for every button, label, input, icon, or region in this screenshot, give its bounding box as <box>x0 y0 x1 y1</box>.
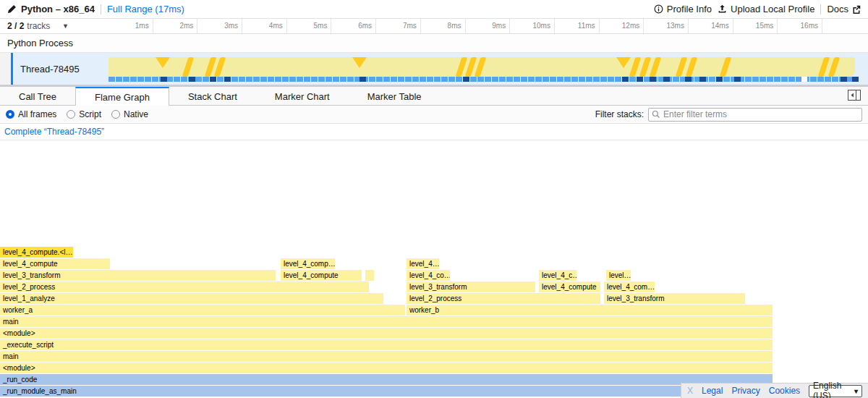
info-icon <box>654 4 663 14</box>
flame-graph-row: level_2_processlevel_3_transformlevel_4_… <box>0 281 868 293</box>
flame-graph-frame[interactable]: level_3_transform <box>407 281 535 292</box>
track-thread-78495[interactable]: Thread-78495 <box>0 53 868 85</box>
top-header: Python – x86_64 Full Range (17ms) Profil… <box>0 0 868 19</box>
ruler-tick: 9ms <box>466 19 511 33</box>
flame-graph-row: level_4_computelevel_4_comp…level_4… <box>0 258 868 270</box>
track-python-process[interactable]: Python Process <box>0 34 868 53</box>
flame-graph-frame[interactable]: level_4_com… <box>604 281 655 292</box>
search-icon <box>652 110 660 119</box>
flame-graph: level_4_compute.<l…level_4_computelevel_… <box>0 247 868 397</box>
flame-graph-row: level_3_transformlevel_4_computelevel_4_… <box>0 270 868 281</box>
full-range-button[interactable]: Full Range (17ms) <box>107 4 184 14</box>
flame-graph-frame[interactable]: main <box>0 351 773 362</box>
radio-circle-icon <box>6 110 14 119</box>
flame-graph-frame[interactable]: worker_a <box>0 305 405 316</box>
flame-graph-frame[interactable]: level… <box>606 270 631 281</box>
external-link-icon <box>852 5 861 14</box>
marker-slash <box>828 57 841 77</box>
chevron-down-icon: ▼ <box>62 22 69 30</box>
divider <box>820 4 821 14</box>
flame-graph-frame[interactable]: worker_b <box>407 305 773 316</box>
upload-label: Upload Local Profile <box>731 4 814 14</box>
tab-stack-chart[interactable]: Stack Chart <box>169 87 256 105</box>
filter-input-container <box>648 108 862 122</box>
radio-circle-icon <box>67 110 75 119</box>
flame-graph-frame[interactable]: level_4_co… <box>407 270 450 281</box>
footer-close-button[interactable]: X <box>687 386 693 396</box>
flame-graph-frame[interactable]: level_4_compute <box>0 258 110 269</box>
strip-navy-mark <box>852 77 859 82</box>
filter-input[interactable] <box>663 109 859 119</box>
flame-graph-frame[interactable]: _run_module_as_main <box>0 386 773 397</box>
strip-navy-mark <box>161 77 167 82</box>
flame-graph-frame[interactable]: level_1_analyze <box>0 293 383 304</box>
flame-graph-row: <module> <box>0 328 868 339</box>
radio-script[interactable]: Script <box>67 109 101 119</box>
flame-graph-frame[interactable]: <module> <box>0 328 773 339</box>
tracks-count: 2 / 2 <box>7 21 24 31</box>
tab-flame-graph[interactable]: Flame Graph <box>75 87 169 106</box>
marker-slash <box>650 57 662 77</box>
flame-graph-frame[interactable]: <module> <box>0 363 773 373</box>
ruler-tick: 7ms <box>376 19 421 33</box>
breadcrumb[interactable]: Complete “Thread-78495” <box>4 127 104 137</box>
flame-graph-frame[interactable]: level_2_process <box>407 293 600 304</box>
docs-button[interactable]: Docs <box>827 4 861 14</box>
ruler-tick: 15ms <box>733 19 778 33</box>
strip-navy-mark <box>650 77 656 82</box>
flame-graph-panel[interactable]: level_4_compute.<l…level_4_computelevel_… <box>0 140 868 398</box>
marker-slash <box>214 57 226 77</box>
ruler-tick: 14ms <box>689 19 733 33</box>
flame-graph-frame[interactable]: _execute_script <box>0 339 773 350</box>
tracks-dropdown[interactable]: 2 / 2 tracks ▼ <box>0 19 109 33</box>
time-ruler: 1ms2ms3ms4ms5ms6ms7ms8ms9ms10ms11ms12ms1… <box>109 19 868 33</box>
flame-graph-toolbar: All framesScriptNative Filter stacks: <box>0 106 868 124</box>
tab-call-tree[interactable]: Call Tree <box>0 87 75 105</box>
thread-track-label: Thread-78495 <box>13 53 109 85</box>
footer-link-legal[interactable]: Legal <box>702 386 723 396</box>
ruler-tick: 2ms <box>153 19 198 33</box>
flame-graph-row: _execute_script <box>0 339 868 351</box>
sidebar-toggle-icon[interactable] <box>846 90 862 103</box>
strip-navy-mark <box>359 77 366 82</box>
tab-marker-table[interactable]: Marker Table <box>349 87 441 105</box>
activity-graph <box>109 57 855 77</box>
strip-navy-mark <box>841 77 847 82</box>
upload-local-profile-button[interactable]: Upload Local Profile <box>718 4 814 14</box>
flame-graph-row: main <box>0 351 868 363</box>
strip-navy-mark <box>699 77 706 82</box>
flame-graph-frame[interactable]: level_4_comp… <box>281 258 335 269</box>
radio-all-frames[interactable]: All frames <box>6 109 56 119</box>
profile-info-button[interactable]: Profile Info <box>654 4 712 14</box>
flame-graph-frame[interactable]: level_4_compute.<l… <box>0 247 73 258</box>
strip-navy-mark <box>210 77 216 82</box>
flame-graph-row: level_1_analyzelevel_2_processlevel_3_tr… <box>0 293 868 305</box>
radio-native[interactable]: Native <box>111 109 148 119</box>
flame-graph-frame[interactable]: level_4… <box>407 258 439 269</box>
language-select[interactable]: English (US) ▾ <box>809 385 862 397</box>
marker-triangle <box>156 57 170 68</box>
thread-activity-canvas[interactable] <box>109 53 868 85</box>
marker-triangle <box>352 57 367 68</box>
radio-label: Native <box>124 109 148 119</box>
flame-graph-frame[interactable]: level_2_process <box>0 281 369 292</box>
ruler-tick: 8ms <box>421 19 466 33</box>
flame-graph-frame[interactable]: level_3_transform <box>0 270 276 281</box>
flame-graph-frame[interactable]: level_4_compute <box>539 281 600 292</box>
flame-graph-frame[interactable] <box>365 270 374 281</box>
strip-navy-mark <box>224 77 231 82</box>
flame-graph-frame[interactable]: main <box>0 316 773 327</box>
language-value: English (US) <box>813 381 848 398</box>
flame-graph-row: <module> <box>0 363 868 374</box>
edit-pencil-icon[interactable] <box>7 4 17 14</box>
flame-graph-frame[interactable]: level_3_transform <box>604 293 745 304</box>
footer-link-privacy[interactable]: Privacy <box>731 386 760 396</box>
flame-graph-frame[interactable]: _run_code <box>0 374 773 385</box>
marker-slash <box>720 57 732 77</box>
tab-marker-chart[interactable]: Marker Chart <box>256 87 349 105</box>
footer-link-cookies[interactable]: Cookies <box>769 386 800 396</box>
flame-graph-frame[interactable]: level_4_compute <box>281 270 362 281</box>
flame-graph-frame[interactable]: level_4_c… <box>539 270 576 281</box>
strip-navy-mark <box>663 77 670 82</box>
marker-triangle <box>616 57 631 68</box>
